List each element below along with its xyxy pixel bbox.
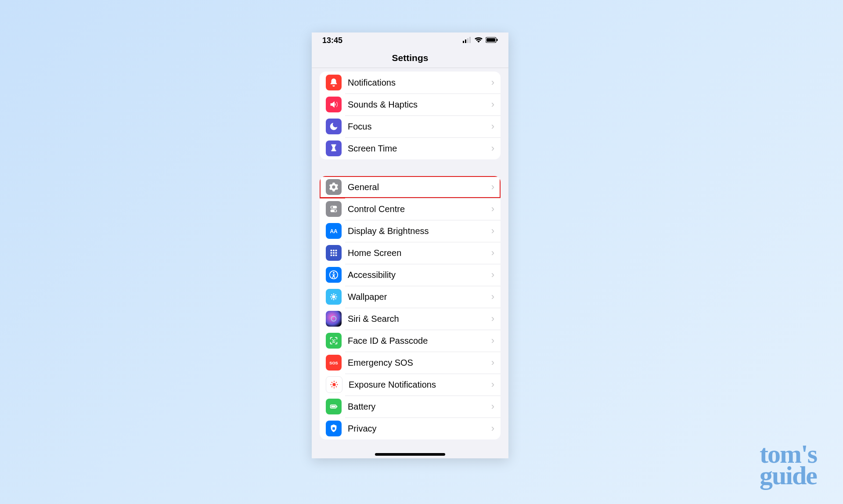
svg-rect-16 bbox=[333, 252, 335, 254]
svg-rect-15 bbox=[331, 252, 332, 254]
row-notifications[interactable]: Notifications › bbox=[320, 72, 501, 94]
chevron-right-icon: › bbox=[491, 379, 494, 390]
chevron-right-icon: › bbox=[491, 99, 494, 110]
svg-point-38 bbox=[334, 387, 335, 388]
svg-rect-17 bbox=[335, 252, 337, 254]
svg-point-40 bbox=[337, 384, 338, 385]
accessibility-icon bbox=[326, 267, 342, 283]
row-homescreen[interactable]: Home Screen › bbox=[320, 242, 501, 264]
settings-group-2: General › Control Centre › AA Display & … bbox=[320, 176, 501, 439]
row-faceid[interactable]: Face ID & Passcode › bbox=[320, 330, 501, 352]
status-time: 13:45 bbox=[322, 36, 342, 45]
sos-icon: SOS bbox=[326, 355, 342, 371]
svg-point-22 bbox=[333, 272, 335, 274]
svg-point-41 bbox=[331, 382, 332, 383]
svg-rect-1 bbox=[465, 40, 466, 43]
row-privacy[interactable]: Privacy › bbox=[320, 418, 501, 439]
svg-point-25 bbox=[333, 299, 335, 300]
row-sos[interactable]: SOS Emergency SOS › bbox=[320, 352, 501, 374]
svg-point-28 bbox=[331, 294, 332, 295]
row-label: Siri & Search bbox=[348, 314, 491, 324]
general-icon bbox=[326, 179, 342, 195]
svg-point-34 bbox=[335, 339, 335, 340]
chevron-right-icon: › bbox=[491, 291, 494, 302]
svg-rect-47 bbox=[331, 406, 335, 407]
row-focus[interactable]: Focus › bbox=[320, 115, 501, 137]
notifications-icon bbox=[326, 75, 342, 90]
row-label: Control Centre bbox=[348, 204, 491, 214]
status-icons bbox=[463, 36, 498, 45]
svg-rect-12 bbox=[331, 250, 332, 252]
iphone-frame: 13:45 Settings bbox=[312, 32, 508, 458]
row-label: Accessibility bbox=[348, 270, 491, 280]
row-label: Emergency SOS bbox=[348, 358, 491, 368]
chevron-right-icon: › bbox=[491, 121, 494, 132]
screentime-icon bbox=[326, 140, 342, 156]
svg-point-30 bbox=[331, 298, 332, 299]
svg-point-32 bbox=[331, 317, 336, 321]
svg-point-42 bbox=[336, 382, 337, 383]
row-label: Privacy bbox=[348, 424, 491, 434]
row-sounds[interactable]: Sounds & Haptics › bbox=[320, 94, 501, 115]
svg-point-26 bbox=[330, 296, 331, 298]
svg-rect-5 bbox=[486, 38, 495, 42]
row-label: Home Screen bbox=[348, 248, 491, 258]
chevron-right-icon: › bbox=[491, 357, 494, 368]
row-label: Face ID & Passcode bbox=[348, 336, 491, 346]
row-controlcentre[interactable]: Control Centre › bbox=[320, 198, 501, 220]
tomsguide-watermark: tom's guide bbox=[760, 443, 817, 486]
watermark-line2: guide bbox=[760, 465, 817, 486]
privacy-icon bbox=[326, 421, 342, 436]
svg-point-10 bbox=[335, 210, 336, 212]
svg-point-24 bbox=[333, 293, 335, 295]
row-general[interactable]: General › bbox=[320, 176, 501, 198]
svg-point-31 bbox=[335, 298, 336, 299]
svg-rect-46 bbox=[336, 406, 337, 407]
row-battery[interactable]: Battery › bbox=[320, 396, 501, 418]
svg-point-29 bbox=[335, 294, 336, 295]
svg-rect-2 bbox=[467, 38, 468, 43]
row-wallpaper[interactable]: Wallpaper › bbox=[320, 286, 501, 308]
focus-icon bbox=[326, 119, 342, 134]
svg-rect-6 bbox=[497, 39, 498, 41]
row-accessibility[interactable]: Accessibility › bbox=[320, 264, 501, 286]
status-bar: 13:45 bbox=[312, 32, 508, 48]
wifi-icon bbox=[474, 36, 483, 45]
svg-point-36 bbox=[332, 383, 335, 386]
svg-rect-20 bbox=[335, 255, 337, 256]
article-page: 13:45 Settings bbox=[0, 0, 843, 504]
svg-point-23 bbox=[332, 295, 335, 298]
chevron-right-icon: › bbox=[491, 203, 494, 215]
chevron-right-icon: › bbox=[491, 77, 494, 88]
row-label: Wallpaper bbox=[348, 292, 491, 302]
svg-text:AA: AA bbox=[330, 228, 338, 234]
row-siri[interactable]: Siri & Search › bbox=[320, 308, 501, 330]
home-indicator[interactable] bbox=[375, 453, 445, 456]
cellular-icon bbox=[463, 36, 472, 45]
battery-icon bbox=[486, 36, 498, 45]
row-label: Exposure Notifications bbox=[349, 380, 491, 390]
row-label: General bbox=[348, 182, 491, 192]
row-label: Notifications bbox=[348, 78, 491, 88]
row-screentime[interactable]: Screen Time › bbox=[320, 137, 501, 159]
svg-point-9 bbox=[331, 206, 333, 208]
svg-point-33 bbox=[332, 339, 333, 340]
svg-rect-48 bbox=[332, 427, 335, 430]
chevron-right-icon: › bbox=[491, 225, 494, 237]
chevron-right-icon: › bbox=[491, 269, 494, 281]
svg-point-44 bbox=[336, 386, 337, 387]
svg-rect-13 bbox=[333, 250, 335, 252]
wallpaper-icon bbox=[326, 289, 342, 305]
faceid-icon bbox=[326, 333, 342, 349]
row-display[interactable]: AA Display & Brightness › bbox=[320, 220, 501, 242]
svg-point-43 bbox=[331, 386, 332, 387]
sounds-icon bbox=[326, 97, 342, 112]
row-label: Focus bbox=[348, 122, 491, 132]
settings-group-1: Notifications › Sounds & Haptics › Focus… bbox=[320, 72, 501, 159]
chevron-right-icon: › bbox=[491, 247, 494, 259]
chevron-right-icon: › bbox=[491, 143, 494, 154]
svg-rect-3 bbox=[469, 37, 471, 43]
row-exposure[interactable]: Exposure Notifications › bbox=[320, 374, 501, 396]
chevron-right-icon: › bbox=[491, 401, 494, 412]
settings-scroll[interactable]: Notifications › Sounds & Haptics › Focus… bbox=[312, 68, 508, 458]
